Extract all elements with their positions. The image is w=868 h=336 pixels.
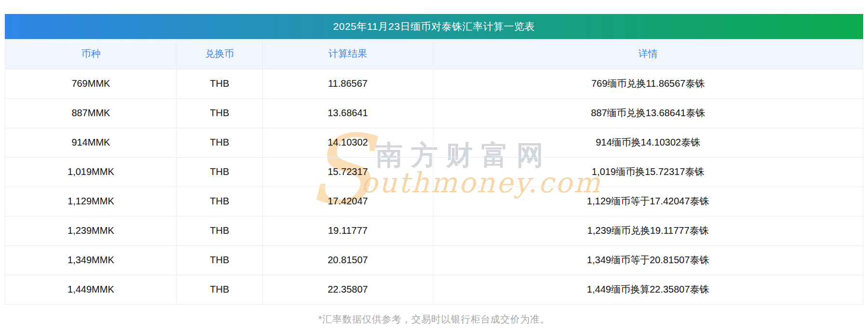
table-row: 887MMK THB 13.68641 887缅币兑换13.68641泰铢 bbox=[5, 98, 863, 128]
cell-currency: 1,449MMK bbox=[5, 275, 177, 304]
cell-result: 22.35807 bbox=[262, 275, 433, 304]
cell-target-currency: THB bbox=[176, 216, 262, 245]
table-row: 1,449MMK THB 22.35807 1,449缅币换算22.35807泰… bbox=[5, 275, 863, 304]
table-row: 1,019MMK THB 15.72317 1,019缅币换15.72317泰铢 bbox=[5, 157, 863, 187]
cell-result: 13.68641 bbox=[262, 98, 433, 128]
cell-detail: 1,129缅币等于17.42047泰铢 bbox=[433, 187, 863, 216]
table-row: 1,239MMK THB 19.11777 1,239缅币兑换19.11777泰… bbox=[5, 216, 863, 245]
table-row: 1,129MMK THB 17.42047 1,129缅币等于17.42047泰… bbox=[5, 187, 863, 216]
column-header-detail: 详情 bbox=[433, 39, 863, 69]
cell-currency: 914MMK bbox=[5, 128, 177, 157]
cell-detail: 1,019缅币换15.72317泰铢 bbox=[433, 157, 863, 187]
cell-currency: 1,349MMK bbox=[5, 245, 177, 275]
cell-target-currency: THB bbox=[176, 275, 262, 304]
cell-currency: 887MMK bbox=[5, 98, 177, 128]
table-title: 2025年11月23日缅币对泰铢汇率计算一览表 bbox=[333, 20, 535, 33]
cell-result: 11.86567 bbox=[262, 69, 433, 98]
cell-target-currency: THB bbox=[176, 69, 262, 98]
cell-target-currency: THB bbox=[176, 157, 262, 187]
cell-result: 17.42047 bbox=[262, 187, 433, 216]
cell-detail: 887缅币兑换13.68641泰铢 bbox=[433, 98, 863, 128]
table-header-row: 币种 兑换币 计算结果 详情 bbox=[5, 39, 863, 69]
cell-detail: 1,239缅币兑换19.11777泰铢 bbox=[433, 216, 863, 245]
cell-detail: 769缅币兑换11.86567泰铢 bbox=[433, 69, 863, 98]
cell-currency: 1,019MMK bbox=[5, 157, 177, 187]
cell-result: 15.72317 bbox=[262, 157, 433, 187]
cell-target-currency: THB bbox=[176, 98, 262, 128]
table-title-bar: 2025年11月23日缅币对泰铢汇率计算一览表 bbox=[5, 14, 863, 39]
cell-detail: 914缅币换14.10302泰铢 bbox=[433, 128, 863, 157]
cell-currency: 769MMK bbox=[5, 69, 177, 98]
exchange-rate-disclaimer: *汇率数据仅供参考，交易时以银行柜台成交价为准。 bbox=[5, 313, 863, 326]
column-header-target-currency: 兑换币 bbox=[176, 39, 262, 69]
cell-target-currency: THB bbox=[176, 187, 262, 216]
cell-currency: 1,129MMK bbox=[5, 187, 177, 216]
cell-result: 19.11777 bbox=[262, 216, 433, 245]
table-row: 769MMK THB 11.86567 769缅币兑换11.86567泰铢 bbox=[5, 69, 863, 98]
column-header-currency: 币种 bbox=[5, 39, 177, 69]
cell-result: 20.81507 bbox=[262, 245, 433, 275]
table-row: 914MMK THB 14.10302 914缅币换14.10302泰铢 bbox=[5, 128, 863, 157]
cell-target-currency: THB bbox=[176, 128, 262, 157]
cell-target-currency: THB bbox=[176, 245, 262, 275]
column-header-result: 计算结果 bbox=[262, 39, 433, 69]
rate-table-container: 2025年11月23日缅币对泰铢汇率计算一览表 币种 兑换币 计算结果 详情 7… bbox=[5, 14, 863, 326]
table-row: 1,349MMK THB 20.81507 1,349缅币等于20.81507泰… bbox=[5, 245, 863, 275]
exchange-rate-table: 币种 兑换币 计算结果 详情 769MMK THB 11.86567 769缅币… bbox=[5, 39, 863, 305]
cell-detail: 1,449缅币换算22.35807泰铢 bbox=[433, 275, 863, 304]
page: S 南方财富网 outhmoney.com 2025年11月23日缅币对泰铢汇率… bbox=[0, 0, 868, 336]
cell-result: 14.10302 bbox=[262, 128, 433, 157]
cell-detail: 1,349缅币等于20.81507泰铢 bbox=[433, 245, 863, 275]
cell-currency: 1,239MMK bbox=[5, 216, 177, 245]
table-body: 769MMK THB 11.86567 769缅币兑换11.86567泰铢 88… bbox=[5, 69, 863, 304]
